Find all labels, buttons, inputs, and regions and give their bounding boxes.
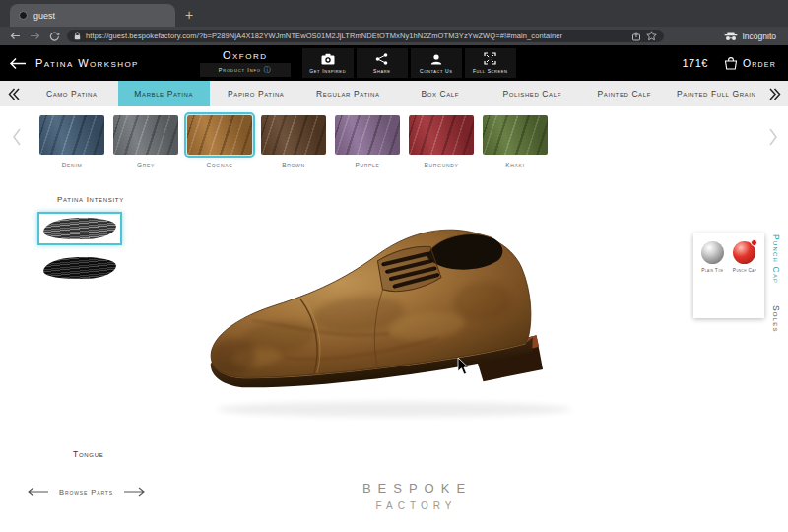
order-label: Order: [743, 57, 776, 69]
swatch-label: Khaki: [505, 162, 525, 168]
side-tab-punch-cap[interactable]: Punch Cap: [771, 234, 781, 284]
share-icon: [375, 53, 388, 65]
shoe-render[interactable]: [197, 219, 601, 426]
swatches-prev-icon[interactable]: [12, 128, 22, 146]
patina-intensity-dark[interactable]: [37, 251, 122, 285]
refresh-icon[interactable]: [47, 32, 61, 41]
plain-toe-option[interactable]: Plain Toe: [701, 241, 724, 318]
browser-address-bar: https://guest.bespokefactory.com/?b=P289…: [0, 27, 788, 45]
category-tab-bar: Camo Patina Marble Patina Papiro Patina …: [0, 81, 788, 106]
get-inspired-button[interactable]: Get Inspired: [302, 48, 354, 78]
contact-icon: [429, 53, 443, 65]
back-icon[interactable]: [8, 32, 22, 40]
browse-next-icon[interactable]: [123, 487, 147, 497]
categories-prev-icon[interactable]: [0, 81, 26, 106]
swatch-cognac[interactable]: Cognac: [187, 115, 252, 168]
get-inspired-label: Get Inspired: [309, 68, 346, 74]
cart-icon: [724, 57, 738, 70]
browse-parts-label: Browse Parts: [59, 488, 113, 497]
plain-toe-label: Plain Toe: [701, 268, 723, 273]
url-text: https://guest.bespokefactory.com/?b=P289…: [86, 32, 626, 40]
incognito-icon: [724, 32, 738, 41]
brand-logo: BESPOKE FACTORY: [296, 481, 532, 511]
share-page-icon[interactable]: [631, 32, 641, 41]
swatch-image: [261, 115, 326, 155]
price-total: 171€: [683, 57, 708, 69]
selected-indicator: [751, 239, 757, 246]
brush-stroke-icon: [43, 217, 117, 241]
order-button[interactable]: Order: [724, 57, 776, 70]
contact-us-button[interactable]: Contact Us: [411, 48, 462, 78]
tab-marble-patina[interactable]: Marble Patina: [118, 81, 211, 106]
browse-prev-icon[interactable]: [26, 487, 49, 497]
site-favicon-icon: [19, 11, 28, 20]
plain-toe-sphere-icon: [701, 241, 724, 264]
browser-tab[interactable]: guest: [10, 4, 175, 27]
tab-box-calf[interactable]: Box Calf: [394, 81, 487, 106]
incognito-badge: Incógnito: [724, 32, 781, 41]
swatch-khaki[interactable]: Khaki: [483, 115, 548, 168]
tab-papiro-patina[interactable]: Papiro Patina: [210, 81, 302, 106]
color-swatch-list: Denim Grey Cognac Brown Purple Burgundy …: [39, 115, 548, 168]
swatch-image: [409, 115, 474, 155]
new-tab-button[interactable]: +: [175, 4, 203, 27]
share-label: Share: [373, 68, 390, 74]
camera-icon: [321, 53, 335, 65]
swatch-image: [113, 115, 178, 155]
patina-intensity-section: Patina Intensity: [37, 195, 124, 291]
swatch-image: [187, 115, 252, 155]
fullscreen-icon: [484, 52, 496, 65]
swatch-image: [335, 115, 400, 155]
app-header: Patina Workshop Oxford Product Info ⓘ Ge…: [0, 45, 788, 81]
brand-line2: FACTORY: [296, 500, 532, 511]
punch-cap-option[interactable]: Punch Cap: [733, 241, 756, 318]
tab-camo-patina[interactable]: Camo Patina: [26, 81, 118, 106]
swatch-grey[interactable]: Grey: [113, 115, 178, 168]
brush-stroke-icon: [43, 256, 117, 281]
tab-polished-calf[interactable]: Polished Calf: [487, 81, 579, 106]
browse-parts-control: Browse Parts: [26, 487, 147, 497]
punch-cap-label: Punch Cap: [733, 268, 756, 273]
tab-painted-full-grain[interactable]: Painted Full Grain: [671, 81, 763, 106]
product-info-button[interactable]: Product Info ⓘ: [200, 63, 291, 77]
patina-intensity-label: Patina Intensity: [57, 195, 124, 204]
address-bar[interactable]: https://guest.bespokefactory.com/?b=P289…: [67, 30, 664, 42]
swatch-burgundy[interactable]: Burgundy: [409, 115, 474, 168]
swatch-purple[interactable]: Purple: [335, 115, 400, 168]
tab-title: guest: [33, 11, 55, 21]
info-icon: ⓘ: [264, 65, 272, 75]
swatch-denim[interactable]: Denim: [39, 115, 104, 168]
swatch-label: Brown: [282, 162, 305, 168]
contact-us-label: Contact Us: [420, 68, 452, 74]
tab-regular-patina[interactable]: Regular Patina: [302, 81, 395, 106]
browser-window: guest + https://guest.bespokefactory.com…: [0, 0, 788, 532]
full-screen-button[interactable]: Full Screen: [465, 48, 516, 78]
forward-icon[interactable]: [28, 32, 41, 40]
product-info-label: Product Info: [219, 67, 261, 73]
swatch-label: Denim: [62, 162, 83, 168]
browser-tab-strip: guest +: [0, 0, 788, 27]
swatches-next-icon[interactable]: [768, 128, 778, 146]
categories-next-icon[interactable]: [762, 81, 788, 106]
swatch-brown[interactable]: Brown: [261, 115, 326, 168]
share-button[interactable]: Share: [357, 48, 408, 78]
swatch-image: [483, 115, 548, 155]
page-title: Patina Workshop: [35, 57, 139, 69]
swatch-label: Burgundy: [424, 162, 458, 168]
side-tab-soles[interactable]: Soles: [771, 305, 781, 333]
patina-intensity-light[interactable]: [37, 212, 122, 245]
selected-part-label: Tongue: [73, 449, 103, 459]
incognito-label: Incógnito: [743, 32, 777, 41]
model-block: Oxford Product Info ⓘ: [200, 49, 291, 77]
tab-painted-calf[interactable]: Painted Calf: [578, 81, 671, 106]
brand-line1: BESPOKE: [296, 481, 532, 496]
mouse-cursor: [457, 357, 470, 376]
swatch-label: Purple: [355, 162, 379, 168]
bookmark-star-icon[interactable]: [646, 31, 657, 41]
back-arrow-icon[interactable]: [0, 57, 35, 70]
swatch-image: [39, 115, 104, 155]
full-screen-label: Full Screen: [473, 68, 508, 74]
swatch-label: Cognac: [206, 162, 232, 168]
swatch-label: Grey: [137, 162, 155, 168]
model-name: Oxford: [200, 49, 291, 61]
